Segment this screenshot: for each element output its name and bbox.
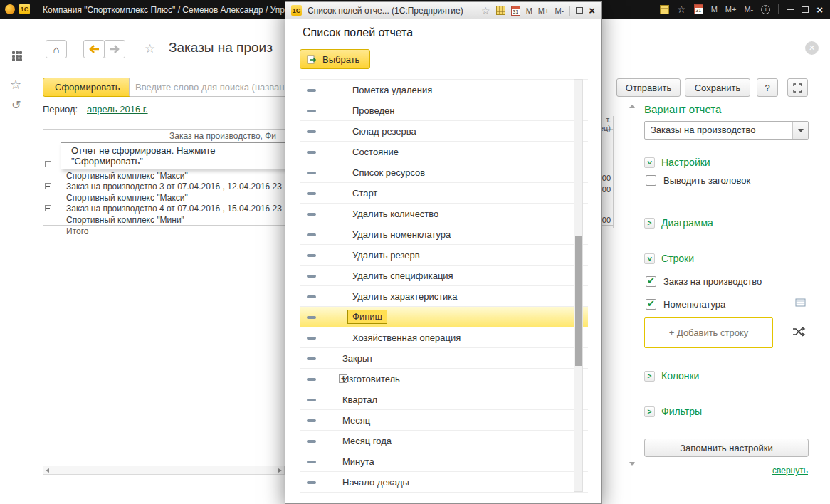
star-report-icon[interactable]: ☆	[145, 41, 155, 56]
scroll-left-icon[interactable]	[46, 468, 49, 473]
field-row[interactable]: Удалить количество	[300, 204, 588, 224]
section-toggle-icon[interactable]: >	[644, 406, 655, 417]
fullscreen-button[interactable]	[787, 78, 808, 97]
variant-select[interactable]: Заказы на производство	[644, 121, 809, 140]
add-row-button[interactable]: + Добавить строку	[644, 317, 773, 348]
select-button[interactable]: Выбрать	[300, 49, 370, 69]
close-report-button[interactable]: ✕	[805, 41, 819, 55]
favorites-star-icon[interactable]: ☆	[481, 6, 490, 16]
collapse-icon[interactable]	[45, 205, 51, 211]
info-icon[interactable]: i	[761, 5, 770, 14]
report-row[interactable]: Заказ на производство 3 от 07.04.2016 , …	[43, 181, 285, 192]
scrollbar-thumb[interactable]	[575, 236, 582, 366]
search-input[interactable]	[129, 78, 292, 97]
save-button[interactable]: Сохранить	[685, 78, 750, 97]
history-icon[interactable]: ↺	[11, 98, 21, 112]
field-row[interactable]: Минута	[300, 451, 588, 472]
checkbox-icon[interactable]	[646, 276, 656, 287]
field-row[interactable]: Склад резерва	[300, 121, 588, 142]
memory-button-m-plus[interactable]: M+	[538, 6, 550, 15]
field-row[interactable]: +Изготовитель	[300, 369, 588, 389]
minimize-button[interactable]	[787, 9, 794, 10]
section-filters[interactable]: > Фильтры	[644, 406, 702, 417]
help-button[interactable]: ?	[757, 78, 778, 97]
scroll-right-icon[interactable]	[278, 468, 282, 473]
memory-button-m[interactable]: M	[711, 5, 718, 14]
field-dash-icon	[307, 151, 316, 154]
field-row[interactable]: Квартал	[300, 389, 588, 410]
row-checkbox-nomenclature[interactable]: Номенклатура	[646, 299, 725, 310]
field-row[interactable]: Месяц	[300, 410, 588, 431]
field-row[interactable]: Закрыт	[300, 348, 588, 369]
report-row[interactable]: Спортивный комплекс "Макси"	[43, 170, 285, 182]
memory-button-m[interactable]: M	[526, 6, 532, 15]
field-list: Пометка удаленияПроведенСклад резерваСос…	[300, 79, 588, 493]
field-row[interactable]: Состояние	[300, 142, 588, 162]
display-icon[interactable]	[795, 298, 807, 310]
field-row[interactable]: Удалить характеристика	[300, 286, 588, 307]
send-button[interactable]: Отправить	[616, 78, 681, 97]
favorites-icon[interactable]: ☆	[10, 77, 21, 93]
period-link[interactable]: апрель 2016 г.	[87, 104, 148, 115]
field-dash-icon	[307, 275, 316, 278]
section-rows[interactable]: > Строки	[644, 253, 694, 264]
maximize-button[interactable]	[576, 7, 583, 14]
panel-scroll-down-icon[interactable]	[629, 462, 635, 466]
collapse-icon[interactable]	[45, 183, 51, 189]
checkbox-icon[interactable]	[646, 299, 656, 310]
report-row[interactable]: Итого	[43, 225, 285, 236]
show-title-checkbox[interactable]: Выводить заголовок	[646, 175, 750, 186]
checkbox-icon[interactable]	[646, 175, 656, 186]
field-row[interactable]: Финиш	[300, 307, 588, 327]
panel-scroll-up-icon[interactable]	[629, 105, 635, 108]
field-row[interactable]: Удалить номенклатура	[300, 224, 588, 245]
variant-title: Вариант отчета	[644, 103, 721, 115]
row-checkbox-order[interactable]: Заказ на производство	[646, 276, 762, 287]
back-button[interactable]	[83, 40, 105, 58]
calendar-icon[interactable]: 31	[694, 4, 703, 14]
section-settings[interactable]: > Настройки	[644, 157, 710, 168]
chevron-down-icon[interactable]	[792, 122, 808, 139]
close-button[interactable]: ×	[589, 5, 595, 16]
section-columns[interactable]: > Колонки	[644, 370, 699, 382]
report-row[interactable]: Заказ на производство 4 от 07.04.2016 , …	[43, 203, 285, 214]
field-row[interactable]: Старт	[300, 183, 588, 204]
report-row[interactable]: Спортивный комплекс "Мини"	[43, 214, 285, 226]
favorites-star-icon[interactable]: ☆	[677, 4, 686, 14]
shuffle-icon[interactable]	[792, 327, 806, 339]
menu-grid-icon[interactable]	[12, 51, 15, 54]
horizontal-scrollbar[interactable]	[43, 466, 285, 475]
forward-button[interactable]	[104, 40, 125, 58]
field-row[interactable]: Удалить спецификация	[300, 266, 588, 286]
collapse-icon[interactable]	[45, 161, 51, 167]
field-row[interactable]: Пометка удаления	[300, 80, 588, 100]
field-row[interactable]: Удалить резерв	[300, 245, 588, 266]
dialog-scrollbar[interactable]	[574, 79, 583, 492]
field-row[interactable]: Месяц года	[300, 431, 588, 451]
field-row[interactable]: Начало декады	[300, 472, 588, 493]
memory-button-m-plus[interactable]: M+	[725, 5, 737, 14]
section-toggle-icon[interactable]: >	[644, 253, 655, 264]
section-label: Настройки	[661, 157, 710, 168]
memory-button-m-minus[interactable]: M-	[555, 6, 564, 15]
report-row[interactable]: Спортивный комплекс "Макси"	[43, 192, 285, 204]
field-row[interactable]: Список ресурсов	[300, 162, 588, 183]
maximize-button[interactable]	[802, 6, 809, 13]
section-diagram[interactable]: > Диаграмма	[644, 217, 713, 229]
close-button[interactable]: ×	[816, 4, 823, 15]
field-row[interactable]: Проведен	[300, 100, 588, 121]
memory-button-m-minus[interactable]: M-	[744, 5, 753, 14]
section-toggle-icon[interactable]: >	[644, 157, 655, 168]
generate-button[interactable]: Сформировать	[43, 78, 132, 97]
dialog-titlebar[interactable]: 1С Список полей отче... (1С:Предприятие)…	[285, 2, 601, 19]
calendar-icon[interactable]: 31	[511, 6, 520, 16]
section-toggle-icon[interactable]: >	[644, 218, 655, 229]
home-button[interactable]: ⌂	[46, 40, 67, 58]
calculator-icon[interactable]	[660, 5, 669, 14]
window-title: Компания "Спорткомплекс Плюс" / Семенов …	[43, 5, 299, 15]
section-toggle-icon[interactable]: >	[644, 371, 655, 382]
collapse-link[interactable]: свернуть	[772, 466, 808, 476]
field-row[interactable]: Хозяйственная операция	[300, 327, 588, 348]
calculator-icon[interactable]	[496, 6, 505, 15]
remember-settings-button[interactable]: Запомнить настройки	[644, 439, 809, 457]
